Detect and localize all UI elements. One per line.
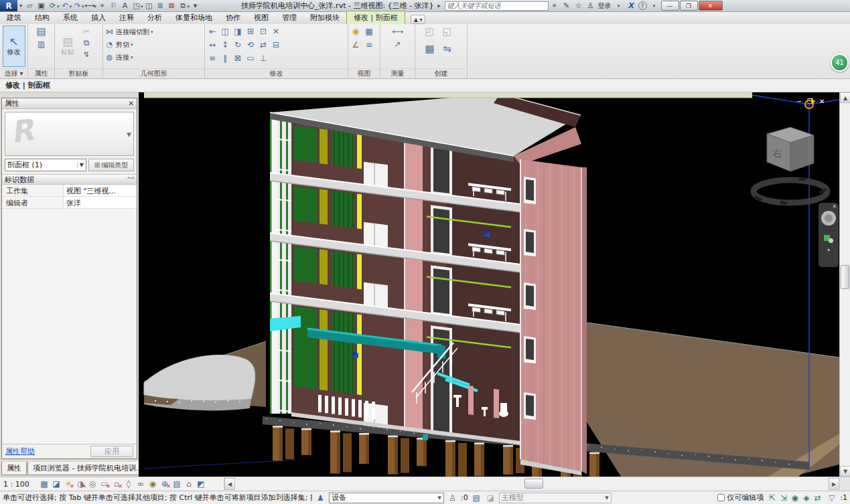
design-options-icon[interactable]: ◪ — [485, 493, 496, 503]
measure-along-icon[interactable]: ↗ — [392, 38, 404, 50]
horizontal-scroll-thumb[interactable] — [524, 479, 543, 489]
modify-tool-icon-1[interactable]: ◫ — [219, 25, 231, 37]
scroll-down-icon[interactable]: ▼ — [840, 466, 850, 477]
type-properties-icon[interactable]: ▥ — [36, 38, 48, 50]
help-icon[interactable]: ? — [638, 1, 647, 10]
save-icon[interactable]: ▣ — [36, 1, 47, 11]
ribbon-collapse-button[interactable]: ▲ ▾ — [411, 15, 426, 24]
signin-icon[interactable]: ♙ — [585, 1, 597, 11]
properties-icon[interactable]: ▤ — [36, 25, 48, 37]
manage-collaboration-icon[interactable]: ▤ — [471, 493, 482, 503]
tab-2[interactable]: 系统 — [56, 11, 84, 24]
thin-lines-view-icon[interactable]: ≡ — [363, 39, 375, 50]
communication-center-icon[interactable]: ✎ — [561, 1, 573, 11]
modify-tool-icon-13[interactable]: ∥ — [219, 52, 231, 64]
geometry-item-dropdown-2[interactable]: ▾ — [131, 55, 133, 60]
type-selector[interactable]: 剖面框 (1) ▼ — [5, 159, 86, 171]
measure-icon[interactable]: ⟷ — [84, 1, 96, 11]
thin-lines-icon[interactable]: ≣ — [155, 1, 166, 11]
aligned-dimension-icon[interactable]: ⌖ — [96, 1, 108, 11]
scroll-left-icon[interactable]: ◀ — [224, 478, 235, 490]
view-minimize-icon[interactable]: ─ — [797, 98, 801, 105]
zoom-tool-icon[interactable] — [824, 235, 833, 243]
search-input[interactable] — [445, 1, 549, 11]
tab-9[interactable]: 管理 — [275, 11, 303, 24]
displacement-sets-icon[interactable]: ◩ — [195, 479, 207, 490]
open-icon[interactable]: ▱ — [24, 1, 36, 11]
title-expand-icon[interactable]: ▸ — [438, 3, 441, 9]
favorites-icon[interactable]: ☆ — [573, 1, 585, 11]
tab-8[interactable]: 视图 — [247, 11, 275, 24]
design-option-select[interactable]: 主模型 ▼ — [499, 493, 612, 503]
detail-level-icon[interactable]: ▦ — [38, 479, 50, 490]
steering-wheel-icon[interactable] — [821, 211, 836, 226]
modify-tool-icon-0[interactable]: ⇤ — [206, 25, 218, 37]
scroll-right-icon[interactable]: ▶ — [829, 478, 839, 490]
view-close-icon[interactable]: ✕ — [819, 98, 825, 105]
properties-help-link[interactable]: 属性帮助 — [5, 446, 35, 456]
tab-4[interactable]: 注释 — [113, 11, 141, 24]
cut-icon[interactable]: ✂ — [80, 25, 92, 37]
vertical-scrollbar[interactable]: ▲ ▼ — [839, 92, 850, 477]
app-menu-dropdown-icon[interactable]: ▾ — [17, 3, 24, 9]
create-assembly-icon[interactable]: ▦ — [424, 43, 436, 54]
crop-region-icon[interactable]: ▫✕ — [111, 479, 123, 490]
viewcube[interactable]: 右 — [754, 127, 827, 203]
text-icon[interactable]: A — [119, 1, 131, 11]
select-pinned-icon[interactable]: ◉ — [789, 493, 800, 503]
close-hidden-windows-icon[interactable]: ⊠ — [166, 1, 178, 11]
geometry-item-2[interactable]: ◍连接▾ — [104, 51, 203, 64]
login-dropdown-icon[interactable]: ▾ — [613, 1, 625, 11]
panel-label-select[interactable]: 选择 ▾ — [0, 68, 27, 78]
modify-tool-icon-8[interactable]: ↻ — [232, 39, 244, 50]
match-type-icon[interactable]: ↯ — [80, 48, 92, 60]
geometry-item-0[interactable]: ⋈连接端切割▾ — [104, 25, 203, 38]
modify-tool-icon-3[interactable]: ⊞ — [244, 25, 257, 37]
revit-logo[interactable]: R — [0, 0, 17, 11]
property-value-0[interactable]: 视图 "三维视... — [64, 185, 137, 196]
temporary-hide-isolate-icon[interactable]: ∞ — [135, 479, 147, 490]
modify-tool-icon-15[interactable]: ▭ — [244, 52, 257, 64]
editable-only-checkbox[interactable] — [717, 494, 725, 501]
tab-5[interactable]: 分析 — [141, 11, 169, 24]
building-3d-section-view[interactable]: 右 — [139, 92, 839, 477]
temporary-view-properties-icon[interactable]: ▤ — [171, 479, 183, 490]
geometry-item-dropdown-0[interactable]: ▾ — [151, 29, 153, 35]
section-icon[interactable]: ◫ — [143, 1, 155, 11]
rendering-dialog-icon[interactable]: ◎ — [86, 479, 98, 490]
modify-tool-icon-6[interactable]: ↔ — [206, 39, 218, 50]
type-selector-dropdown-icon[interactable]: ▼ — [77, 162, 84, 168]
login-label[interactable]: 登录 — [598, 1, 612, 11]
modify-tool-icon-10[interactable]: ⇄ — [257, 39, 269, 50]
tab-1[interactable]: 结构 — [28, 11, 56, 24]
modify-tool-icon-12[interactable]: ≡ — [206, 52, 218, 64]
vertical-scroll-thumb[interactable] — [841, 265, 849, 289]
filter-icon[interactable]: ▽ — [826, 493, 837, 503]
undo-icon[interactable]: ↶ — [60, 1, 71, 11]
modify-tool-icon-5[interactable]: ✕ — [270, 25, 282, 37]
design-option-dropdown-icon[interactable]: ▼ — [602, 495, 608, 501]
palette-tab-1[interactable]: 项目浏览器 - 技师学院机电培训... — [27, 462, 148, 475]
visual-style-icon[interactable]: ◪ — [50, 479, 62, 490]
maximize-button[interactable]: ❐ — [680, 1, 698, 11]
tab-10[interactable]: 附加模块 — [303, 11, 346, 24]
tab-contextual-modify-section-box[interactable]: 修改 | 剖面框 — [346, 11, 405, 24]
drag-on-selection-icon[interactable]: ⇄ — [812, 493, 823, 503]
geometry-item-1[interactable]: ◔剪切▾ — [104, 38, 203, 51]
modify-tool-icon-2[interactable]: ◨ — [232, 25, 244, 37]
create-parts-icon[interactable]: ◱ — [441, 25, 453, 37]
select-underlay-icon[interactable]: ⇲ — [778, 493, 789, 503]
modify-button[interactable]: ↖ 修改 — [3, 25, 25, 67]
exchange-apps-icon[interactable]: X — [625, 1, 637, 11]
modify-tool-icon-14[interactable]: ⊠ — [232, 52, 244, 64]
locked-3d-icon[interactable]: ◊ — [123, 479, 135, 490]
shadows-icon[interactable]: ◑✕ — [74, 479, 86, 490]
linework-icon[interactable]: ∠ — [350, 39, 362, 50]
copy-icon[interactable]: ⧉ — [80, 37, 92, 48]
section-header-identity-data[interactable]: 标识数据 ^^ — [2, 174, 137, 185]
analytical-model-icon[interactable]: ⌂ — [183, 479, 195, 490]
tab-6[interactable]: 体量和场地 — [169, 11, 219, 24]
editing-requests-icon[interactable]: ♙ — [447, 493, 458, 503]
select-by-face-icon[interactable]: ◈ — [800, 493, 812, 503]
search-icon[interactable]: ⌖ — [549, 1, 561, 11]
